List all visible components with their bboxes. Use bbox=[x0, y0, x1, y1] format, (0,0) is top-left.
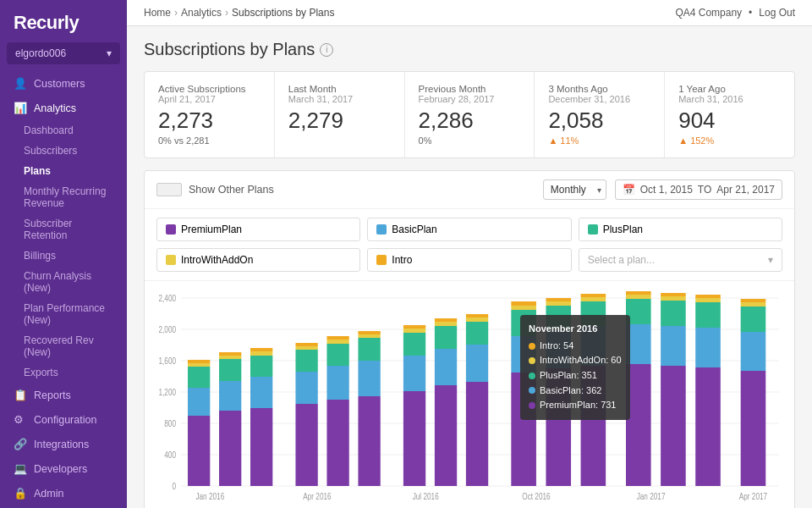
svg-rect-85 bbox=[695, 328, 721, 367]
breadcrumb-home[interactable]: Home bbox=[144, 7, 171, 19]
bar-group-7 bbox=[403, 325, 425, 486]
plan-label-premium: PremiumPlan bbox=[181, 224, 242, 235]
sidebar-sub-billings[interactable]: Billings bbox=[0, 246, 127, 266]
sidebar-sub-churn[interactable]: Churn Analysis (New) bbox=[0, 266, 127, 298]
stat-date-0: April 21, 2017 bbox=[158, 94, 261, 104]
account-selector[interactable]: elgordo006 ▾ bbox=[7, 42, 120, 64]
svg-rect-18 bbox=[188, 360, 210, 363]
svg-rect-67 bbox=[546, 301, 571, 306]
period-select[interactable]: Monthly Weekly Daily bbox=[543, 179, 606, 200]
sidebar-icon-integrations: 🔗 bbox=[14, 438, 27, 450]
sidebar-sub-label-churn: Churn Analysis (New) bbox=[24, 270, 113, 294]
svg-rect-68 bbox=[546, 298, 571, 301]
breadcrumb-sep1: › bbox=[174, 7, 178, 19]
sidebar-item-admin[interactable]: 🔒Admin bbox=[0, 481, 127, 505]
sidebar-sub-mrr[interactable]: Monthly Recurring Revenue bbox=[0, 181, 127, 213]
svg-text:2,000: 2,000 bbox=[158, 325, 176, 334]
svg-text:1,600: 1,600 bbox=[158, 356, 176, 366]
logout-link[interactable]: Log Out bbox=[759, 7, 795, 19]
sidebar-icon-developers: 💻 bbox=[14, 462, 27, 475]
plan-tag-intro-addon[interactable]: IntroWithAddOn bbox=[156, 248, 360, 272]
sidebar-sub-recovered-rev[interactable]: Recovered Rev (New) bbox=[0, 330, 127, 362]
show-other-plans-label: Show Other Plans bbox=[189, 184, 274, 196]
sidebar-item-customers[interactable]: 👤Customers bbox=[0, 71, 127, 96]
main-content: Home › Analytics › Subscriptions by Plan… bbox=[127, 0, 812, 508]
svg-rect-29 bbox=[295, 404, 317, 486]
sidebar-sub-plans[interactable]: Plans bbox=[0, 161, 127, 181]
svg-text:Jul 2016: Jul 2016 bbox=[413, 492, 439, 501]
svg-rect-20 bbox=[219, 381, 241, 411]
chart-header: Show Other Plans Monthly Weekly Daily 📅 … bbox=[145, 171, 794, 209]
period-select-wrapper: Monthly Weekly Daily bbox=[543, 179, 606, 200]
tooltip-title: November 2016 bbox=[529, 322, 622, 337]
stat-card-2: Previous Month February 28, 2017 2,286 0… bbox=[405, 72, 535, 157]
svg-rect-34 bbox=[326, 400, 348, 486]
sidebar-item-reports[interactable]: 📋Reports bbox=[0, 383, 127, 407]
sidebar-sub-label-plan-performance: Plan Performance (New) bbox=[24, 302, 113, 326]
x-axis-labels: Jan 2016 Apr 2016 Jul 2016 Oct 2016 Jan … bbox=[195, 492, 767, 501]
stats-row: Active Subscriptions April 21, 2017 2,27… bbox=[144, 71, 795, 158]
info-icon[interactable]: i bbox=[320, 43, 333, 57]
sidebar-sub-label-retention: Subscriber Retention bbox=[24, 218, 113, 241]
tooltip-label: Intro: 54 bbox=[540, 339, 573, 354]
svg-rect-17 bbox=[188, 363, 210, 367]
svg-rect-43 bbox=[358, 331, 380, 334]
svg-text:Apr 2017: Apr 2017 bbox=[739, 492, 767, 501]
svg-rect-23 bbox=[219, 352, 241, 356]
bar-group-3 bbox=[250, 348, 272, 486]
page-title: Subscriptions by Plans bbox=[144, 40, 315, 59]
svg-rect-88 bbox=[695, 295, 721, 298]
svg-rect-22 bbox=[219, 356, 241, 359]
svg-rect-63 bbox=[511, 301, 536, 306]
svg-rect-50 bbox=[435, 349, 457, 385]
plan-select-label: Select a plan... bbox=[588, 254, 655, 266]
sidebar-icon-configuration: ⚙ bbox=[14, 413, 27, 426]
svg-rect-30 bbox=[295, 372, 317, 404]
stat-change-2: 0% bbox=[419, 135, 521, 146]
svg-rect-93 bbox=[741, 299, 766, 302]
plan-tag-intro[interactable]: Intro bbox=[367, 248, 571, 272]
plan-tag-premium[interactable]: PremiumPlan bbox=[156, 218, 360, 241]
stat-label-3: 3 Months Ago bbox=[548, 84, 650, 94]
sidebar-icon-customers: 👤 bbox=[14, 77, 27, 90]
bar-group-14 bbox=[661, 293, 686, 486]
bar-group-6 bbox=[358, 331, 380, 486]
svg-rect-33 bbox=[295, 343, 317, 346]
stat-label-1: Last Month bbox=[288, 84, 391, 94]
sidebar-item-configuration[interactable]: ⚙Configuration bbox=[0, 407, 127, 432]
account-dropdown-icon: ▾ bbox=[107, 47, 112, 59]
breadcrumb-analytics[interactable]: Analytics bbox=[181, 7, 222, 19]
sidebar-sub-label-recovered-rev: Recovered Rev (New) bbox=[24, 334, 113, 358]
sidebar-sub-retention[interactable]: Subscriber Retention bbox=[0, 213, 127, 246]
sidebar-sub-subscribers[interactable]: Subscribers bbox=[0, 141, 127, 161]
sidebar-sub-exports[interactable]: Exports bbox=[0, 362, 127, 383]
sidebar-item-analytics[interactable]: 📊Analytics bbox=[0, 96, 127, 120]
plan-tag-plus[interactable]: PlusPlan bbox=[579, 218, 782, 241]
svg-rect-90 bbox=[741, 332, 766, 371]
svg-rect-79 bbox=[661, 366, 686, 486]
tooltip-label: PlusPlan: 351 bbox=[540, 368, 597, 384]
svg-rect-78 bbox=[626, 291, 651, 295]
show-other-plans-toggle[interactable] bbox=[156, 183, 182, 196]
separator: • bbox=[749, 7, 752, 19]
sidebar-sub-label-mrr: Monthly Recurring Revenue bbox=[24, 185, 113, 209]
sidebar-icon-analytics: 📊 bbox=[14, 102, 27, 114]
sidebar-sub-plan-performance[interactable]: Plan Performance (New) bbox=[0, 298, 127, 330]
stat-change-4: ▲ 152% bbox=[678, 135, 781, 146]
sidebar-item-integrations[interactable]: 🔗Integrations bbox=[0, 432, 127, 456]
svg-text:0: 0 bbox=[172, 482, 176, 491]
svg-rect-38 bbox=[326, 336, 348, 340]
stat-value-1: 2,279 bbox=[288, 108, 391, 134]
stat-value-2: 2,286 bbox=[419, 108, 521, 134]
sidebar-sub-dashboard[interactable]: Dashboard bbox=[0, 120, 127, 141]
svg-rect-84 bbox=[695, 367, 721, 486]
plan-tag-basic[interactable]: BasicPlan bbox=[367, 218, 571, 241]
svg-rect-80 bbox=[661, 326, 686, 366]
svg-rect-51 bbox=[435, 326, 457, 349]
svg-rect-54 bbox=[466, 382, 488, 486]
plan-select-dropdown[interactable]: Select a plan...▾ bbox=[579, 248, 782, 272]
svg-rect-31 bbox=[295, 350, 317, 372]
date-range-picker[interactable]: 📅 Oct 1, 2015 TO Apr 21, 2017 bbox=[615, 179, 782, 200]
svg-rect-48 bbox=[403, 325, 425, 329]
sidebar-item-developers[interactable]: 💻Developers bbox=[0, 456, 127, 481]
